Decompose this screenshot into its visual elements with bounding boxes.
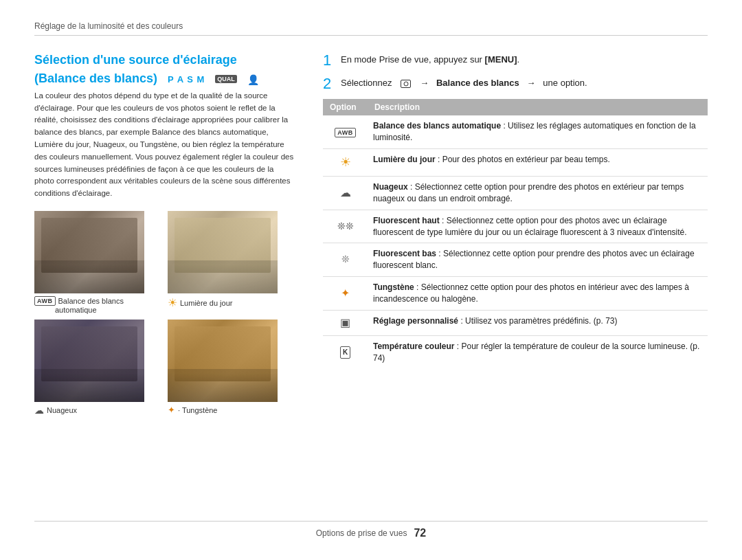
mode-letters: P A S M [168, 74, 205, 85]
awb-label-line2: automatique [55, 306, 97, 314]
cloud-icon-small: ☁ [34, 405, 44, 416]
table-row: ❊Fluorescent bas : Sélectionnez cette op… [323, 243, 708, 277]
footer-label: Options de prise de vues [316, 528, 407, 538]
photo-cell-awb: AWB Balance des blancs automatique [34, 211, 162, 314]
awb-label-line1: Balance des blancs [58, 297, 124, 305]
photo-cell-cloud: ☁ Nuageux [34, 320, 162, 416]
photo-awb [34, 211, 144, 293]
photo-label-awb-line2: automatique [34, 306, 97, 314]
photo-cloud [34, 320, 144, 402]
step-2-bold: Balance des blancs [436, 78, 519, 88]
options-table: Option Description AWBBalance des blancs… [323, 99, 708, 368]
step-1-prefix: En mode Prise de vue, appuyez sur [341, 54, 485, 65]
desc-text-0: Balance des blancs automatique : Utilise… [373, 121, 696, 142]
awb-icon: AWB [335, 128, 356, 137]
step-2-num: 2 [323, 76, 335, 92]
step-2-text: Sélectionnez → Balance des blancs → une … [341, 76, 587, 89]
table-cell-icon-2: ☁ [323, 177, 368, 210]
menu-word: MENU [488, 54, 514, 65]
table-cell-icon-4: ❊ [323, 243, 368, 277]
table-cell-icon-7: K [323, 335, 368, 368]
table-cell-desc-0: Balance des blancs automatique : Utilise… [368, 115, 708, 148]
right-column: 1 En mode Prise de vue, appuyez sur [MEN… [323, 52, 708, 510]
cloud-label: Nuageux [47, 406, 77, 414]
description-text: La couleur des photos dépend du type et … [34, 90, 295, 200]
table-cell-icon-6: ▣ [323, 310, 368, 335]
table-cell-desc-7: Température couleur : Pour régler la tem… [368, 335, 708, 368]
qual-badge: QUAL [215, 75, 237, 83]
step-1: 1 En mode Prise de vue, appuyez sur [MEN… [323, 52, 708, 69]
step-1-num: 1 [323, 52, 335, 69]
tungsten-label: · Tungstène [178, 406, 218, 414]
photo-label-sun: ☀ Lumière du jour [168, 296, 232, 309]
photo-tungsten [168, 320, 278, 402]
kelvin-icon: K [340, 346, 350, 359]
step-1-text: En mode Prise de vue, appuyez sur [MENU]… [341, 52, 519, 66]
step-1-period: . [517, 54, 520, 65]
photo-label-tungsten: ✦ · Tungstène [168, 405, 218, 415]
left-column: Sélection d'une source d'éclairage (Bala… [34, 52, 295, 510]
table-row: KTempérature couleur : Pour régler la te… [323, 335, 708, 368]
desc-text-5: Tungstène : Sélectionnez cette option po… [373, 282, 689, 304]
step-2-arrow1: → [420, 78, 429, 88]
section-title-line1: Sélection d'une source d'éclairage [34, 52, 295, 68]
tungsten-icon-small: ✦ [168, 405, 175, 415]
step-2-prefix: Sélectionnez [341, 78, 392, 88]
menu-bracket: [MENU] [485, 54, 517, 65]
desc-text-2: Nuageux : Sélectionnez cette option pour… [373, 182, 684, 203]
table-cell-desc-2: Nuageux : Sélectionnez cette option pour… [368, 177, 708, 210]
content-area: Sélection d'une source d'éclairage (Bala… [34, 52, 708, 510]
photo-sun [168, 211, 278, 293]
desc-text-4: Fluorescent bas : Sélectionnez cette opt… [373, 249, 695, 270]
table-cell-icon-3: ❊❊ [323, 210, 368, 243]
page: Réglage de la luminosité et des couleurs… [0, 0, 742, 560]
custom-icon: ▣ [340, 317, 350, 328]
desc-text-7: Température couleur : Pour régler la tem… [373, 341, 699, 363]
tungsten-icon: ✦ [341, 287, 350, 299]
awb-icon-small: AWB [34, 296, 56, 306]
table-cell-desc-1: Lumière du jour : Pour des photos en ext… [368, 148, 708, 176]
breadcrumb: Réglage de la luminosité et des couleurs [34, 21, 183, 31]
camera-icon-step2 [401, 80, 411, 88]
table-row: AWBBalance des blancs automatique : Util… [323, 115, 708, 148]
table-cell-icon-5: ✦ [323, 276, 368, 310]
fluol-icon: ❊ [341, 254, 350, 265]
footer: Options de prise de vues 72 [34, 521, 708, 539]
table-row: ▣Réglage personnalisé : Utilisez vos par… [323, 310, 708, 335]
sun-icon-small: ☀ [168, 296, 177, 309]
table-row: ✦Tungstène : Sélectionnez cette option p… [323, 276, 708, 310]
desc-text-1: Lumière du jour : Pour des photos en ext… [373, 155, 610, 164]
breadcrumb-bar: Réglage de la luminosité et des couleurs [34, 21, 708, 36]
desc-text-6: Réglage personnalisé : Utilisez vos para… [373, 316, 617, 326]
table-row: ☀Lumière du jour : Pour des photos en ex… [323, 148, 708, 176]
step-2-suffix: une option. [543, 78, 587, 88]
fluoh-icon: ❊❊ [337, 221, 354, 232]
photo-label-awb: AWB Balance des blancs [34, 296, 124, 306]
photo-grid: AWB Balance des blancs automatique ☀ Lum… [34, 211, 295, 416]
photo-cell-sun: ☀ Lumière du jour [168, 211, 295, 314]
table-row: ☁Nuageux : Sélectionnez cette option pou… [323, 177, 708, 210]
cloud-icon: ☁ [340, 187, 351, 199]
table-cell-desc-5: Tungstène : Sélectionnez cette option po… [368, 276, 708, 310]
sun-icon: ☀ [340, 155, 351, 169]
step-2: 2 Sélectionnez → Balance des blancs → un… [323, 76, 708, 92]
col-description-header: Description [368, 99, 708, 115]
table-header-row: Option Description [323, 99, 708, 115]
table-cell-desc-3: Fluorescent haut : Sélectionnez cette op… [368, 210, 708, 243]
table-cell-icon-1: ☀ [323, 148, 368, 176]
section-title-line2: (Balance des blancs) P A S M QUAL 👤 [34, 71, 295, 87]
sun-label: Lumière du jour [180, 299, 232, 307]
footer-page: 72 [414, 527, 426, 539]
photo-label-cloud: ☁ Nuageux [34, 405, 77, 416]
section-title-parenthetical: (Balance des blancs) [34, 71, 157, 85]
table-row: ❊❊Fluorescent haut : Sélectionnez cette … [323, 210, 708, 243]
person-icon: 👤 [247, 74, 259, 86]
photo-cell-tungsten: ✦ · Tungstène [168, 320, 295, 416]
step-2-arrow2: → [527, 78, 536, 88]
table-cell-desc-4: Fluorescent bas : Sélectionnez cette opt… [368, 243, 708, 277]
desc-text-3: Fluorescent haut : Sélectionnez cette op… [373, 216, 687, 237]
table-cell-icon-0: AWB [323, 115, 368, 148]
table-cell-desc-6: Réglage personnalisé : Utilisez vos para… [368, 310, 708, 335]
col-option-header: Option [323, 99, 368, 115]
